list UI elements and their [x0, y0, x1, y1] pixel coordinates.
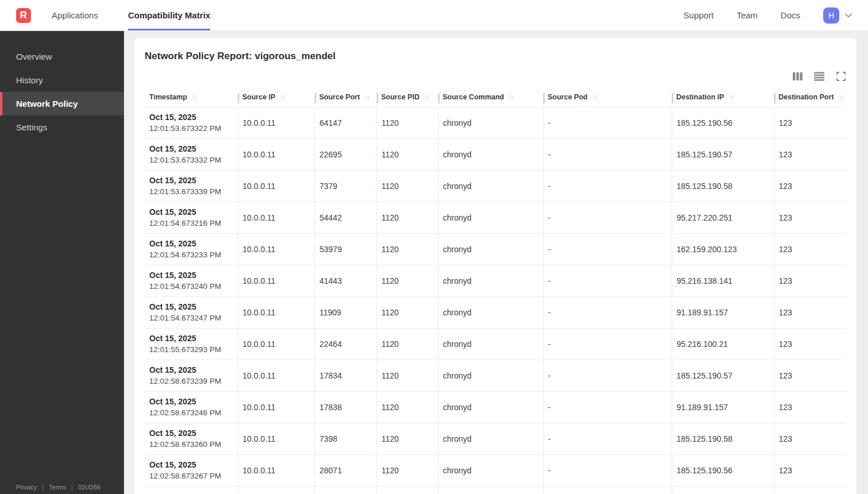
sort-icon[interactable]: ↑↓	[509, 93, 513, 101]
source-port-cell: 17834	[315, 360, 377, 391]
source-pod-cell: -	[543, 454, 672, 486]
destination-ip-cell: 95.216.138.141	[672, 265, 774, 296]
source-ip-cell: 10.0.0.11	[238, 233, 315, 265]
columns-view-icon[interactable]	[792, 71, 803, 82]
sidebar: Overview History Network Policy Settings…	[0, 31, 124, 494]
destination-port-cell: 123	[774, 360, 846, 391]
source-port-cell: 7398	[315, 423, 377, 454]
column-header: Source IP↑↓	[238, 91, 315, 107]
tab-compatibility-matrix[interactable]: Compatibility Matrix	[128, 0, 210, 30]
user-menu[interactable]: H	[823, 7, 853, 24]
source-command-cell: chronyd	[438, 265, 543, 296]
timestamp-cell: Oct 15, 2025 12:01:53.673322 PM	[145, 107, 238, 138]
docs-link[interactable]: Docs	[781, 10, 800, 20]
destination-port-cell: 123	[774, 107, 846, 138]
top-nav: Applications Compatibility Matrix	[52, 0, 240, 30]
table-header-row: Timestamp↑↓ Source IP↑↓ Source Port↑↓ So…	[145, 91, 846, 107]
app-logo[interactable]: R	[16, 8, 31, 23]
sort-icon[interactable]: ↑↓	[192, 93, 196, 101]
source-command-cell: chronyd	[438, 328, 543, 360]
table-row: Oct 15, 2025 12:02:58.673248 PM 10.0.0.1…	[145, 391, 846, 423]
source-port-cell: 54442	[315, 202, 377, 233]
timestamp-cell: Oct 15, 2025 12:02:58.673260 PM	[145, 423, 238, 454]
source-pid-cell: 1120	[377, 296, 438, 328]
table-row: Oct 15, 2025 12:02:58.673239 PM 10.0.0.1…	[145, 360, 846, 391]
table-body: Oct 15, 2025 12:01:53.673322 PM 10.0.0.1…	[145, 107, 846, 494]
destination-port-cell: 123	[774, 454, 846, 486]
source-pid-cell: 1120	[377, 265, 438, 296]
sidebar-item-settings[interactable]: Settings	[0, 115, 124, 139]
column-header-label: Source Command	[443, 93, 504, 101]
timestamp-date: Oct 15, 2025	[149, 334, 233, 343]
source-pod-cell: -	[543, 296, 672, 328]
destination-ip-cell: 185.125.190.56	[672, 454, 774, 486]
source-command-cell: chronyd	[438, 233, 543, 265]
sidebar-item-network-policy[interactable]: Network Policy	[0, 92, 124, 115]
view-toolbar	[145, 71, 846, 82]
timestamp-cell: Oct 15, 2025 12:01:53.673339 PM	[145, 170, 238, 202]
sort-icon[interactable]: ↑↓	[424, 93, 429, 101]
source-command-cell: chronyd	[438, 107, 543, 138]
source-command-cell: chronyd	[438, 202, 543, 233]
sort-icon[interactable]: ↑↓	[592, 93, 596, 101]
timestamp-cell: Oct 15, 2025 12:01:53.673332 PM	[145, 138, 238, 170]
sort-icon[interactable]: ↑↓	[365, 93, 369, 101]
table-row: Oct 15, 2025 12:01:53.673332 PM 10.0.0.1…	[145, 138, 846, 170]
sidebar-item-overview[interactable]: Overview	[0, 45, 124, 68]
timestamp-date: Oct 15, 2025	[149, 239, 233, 248]
destination-port-cell: 123	[774, 391, 846, 423]
timestamp-time: 12:02:58.673260 PM	[149, 440, 233, 449]
source-command-cell: chronyd	[438, 138, 543, 170]
destination-ip-cell: 91.189.91.157	[672, 391, 774, 423]
column-header-label: Source PID	[381, 93, 420, 101]
rows-view-icon[interactable]	[814, 71, 824, 82]
column-header: Source Port↑↓	[315, 91, 377, 107]
table-row: Oct 15, 2025 12:02:58.673267 PM 10.0.0.1…	[145, 454, 846, 486]
build-id: 02cf266	[78, 484, 100, 491]
column-header: Source Command↑↓	[438, 91, 543, 107]
sort-icon[interactable]: ↑↓	[839, 93, 843, 101]
timestamp-cell: Oct 15, 2025 12:01:54.673240 PM	[145, 265, 238, 296]
network-policy-table: Timestamp↑↓ Source IP↑↓ Source Port↑↓ So…	[145, 91, 846, 494]
source-port-cell: 22464	[315, 328, 377, 360]
table-row: Oct 15, 2025 12:01:54.673216 PM 10.0.0.1…	[145, 202, 846, 233]
source-ip-cell: 10.0.0.11	[238, 170, 315, 202]
team-link[interactable]: Team	[737, 10, 758, 20]
destination-port-cell: 123	[774, 202, 846, 233]
destination-port-cell: 123	[774, 423, 846, 454]
privacy-link[interactable]: Privacy	[16, 484, 37, 491]
source-pid-cell: 1120	[377, 202, 438, 233]
source-port-cell: 64147	[315, 107, 377, 138]
chevron-down-icon[interactable]	[844, 11, 853, 20]
timestamp-time: 12:01:54.673247 PM	[149, 314, 233, 322]
source-command-cell: chronyd	[438, 360, 543, 391]
destination-ip-cell: 185.125.190.57	[672, 360, 774, 391]
support-link[interactable]: Support	[684, 10, 714, 20]
source-port-cell: 17838	[315, 391, 377, 423]
timestamp-time: 12:01:55.673293 PM	[149, 345, 233, 354]
source-ip-cell: 10.0.0.11	[238, 138, 315, 170]
fullscreen-icon[interactable]	[836, 71, 846, 82]
source-command-cell	[438, 486, 543, 494]
terms-link[interactable]: Terms	[49, 484, 66, 491]
timestamp-date: Oct 15, 2025	[149, 271, 233, 280]
source-ip-cell: 10.0.0.11	[238, 454, 315, 486]
table-row: Oct 15, 2025 12:02:58.673260 PM 10.0.0.1…	[145, 423, 846, 454]
sidebar-item-history[interactable]: History	[0, 68, 124, 92]
source-pid-cell: 1120	[377, 360, 438, 391]
sort-icon[interactable]: ↑↓	[280, 93, 285, 101]
destination-ip-cell: 95.217.220.251	[672, 202, 774, 233]
source-ip-cell: 10.0.0.11	[238, 265, 315, 296]
avatar[interactable]: H	[823, 7, 839, 24]
timestamp-date: Oct 15, 2025	[149, 113, 233, 122]
source-pid-cell: 1120	[377, 454, 438, 486]
source-ip-cell: 10.0.0.11	[238, 360, 315, 391]
top-bar: R Applications Compatibility Matrix Supp…	[0, 0, 868, 31]
source-pid-cell	[377, 486, 438, 494]
timestamp-time: 12:01:53.673332 PM	[149, 156, 233, 164]
destination-port-cell: 123	[774, 328, 846, 360]
source-command-cell: chronyd	[438, 296, 543, 328]
table-row: Oct 15, 2025 12:01:54.673247 PM 10.0.0.1…	[145, 296, 846, 328]
sort-icon[interactable]: ↑↓	[728, 93, 733, 101]
tab-applications[interactable]: Applications	[52, 0, 98, 30]
